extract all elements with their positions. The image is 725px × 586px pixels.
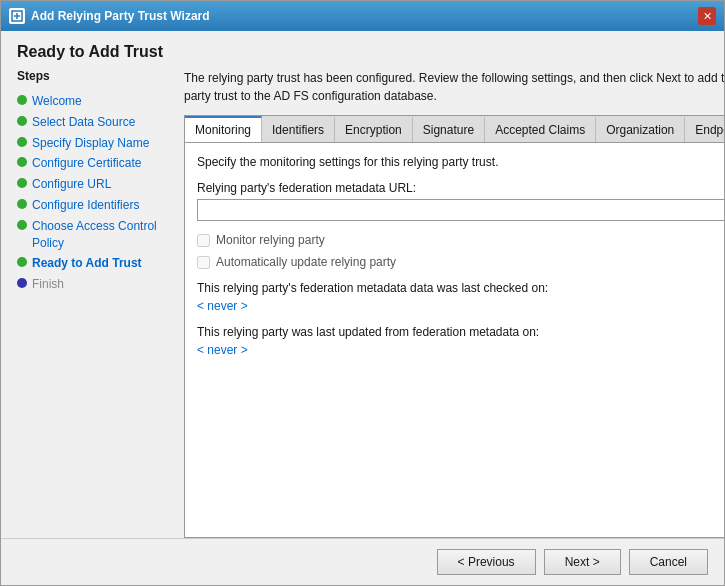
dot-choose-access-control: [17, 220, 27, 230]
wizard-window: Add Relying Party Trust Wizard ✕ Ready t…: [0, 0, 725, 586]
federation-metadata-url-input[interactable]: [197, 199, 724, 221]
last-checked-section: This relying party's federation metadata…: [197, 281, 724, 357]
sidebar-item-configure-url[interactable]: Configure URL: [17, 174, 172, 195]
tab-signature[interactable]: Signature: [413, 116, 485, 142]
dot-welcome: [17, 95, 27, 105]
close-button[interactable]: ✕: [698, 7, 716, 25]
monitor-checkbox[interactable]: [197, 234, 210, 247]
monitoring-description: Specify the monitoring settings for this…: [197, 155, 724, 169]
last-checked-text: This relying party's federation metadata…: [197, 281, 724, 295]
sidebar-label-configure-url: Configure URL: [32, 176, 111, 193]
main-area: Steps Welcome Select Data Source Specify…: [1, 69, 724, 538]
url-field-label: Relying party's federation metadata URL:: [197, 181, 724, 195]
sidebar-label-configure-certificate: Configure Certificate: [32, 155, 141, 172]
tab-monitoring-content: Specify the monitoring settings for this…: [185, 143, 724, 537]
sidebar-label-choose-access-control: Choose Access Control Policy: [32, 218, 172, 252]
cancel-button[interactable]: Cancel: [629, 549, 708, 575]
sidebar-label-select-data-source: Select Data Source: [32, 114, 135, 131]
tabs-bar: Monitoring Identifiers Encryption Signat…: [185, 116, 724, 143]
auto-update-checkbox[interactable]: [197, 256, 210, 269]
sidebar-heading: Steps: [17, 69, 172, 83]
tab-container: Monitoring Identifiers Encryption Signat…: [184, 115, 724, 538]
sidebar-label-configure-identifiers: Configure Identifiers: [32, 197, 139, 214]
dot-specify-display-name: [17, 137, 27, 147]
sidebar-item-choose-access-control[interactable]: Choose Access Control Policy: [17, 216, 172, 254]
title-bar-text: Add Relying Party Trust Wizard: [31, 9, 210, 23]
window-content: Ready to Add Trust Steps Welcome Select …: [1, 31, 724, 538]
sidebar: Steps Welcome Select Data Source Specify…: [17, 69, 172, 538]
title-bar: Add Relying Party Trust Wizard ✕: [1, 1, 724, 31]
dot-finish: [17, 278, 27, 288]
dot-configure-certificate: [17, 157, 27, 167]
sidebar-item-specify-display-name[interactable]: Specify Display Name: [17, 133, 172, 154]
footer: < Previous Next > Cancel: [1, 538, 724, 585]
sidebar-label-ready-to-add: Ready to Add Trust: [32, 255, 142, 272]
auto-update-checkbox-label: Automatically update relying party: [216, 255, 396, 269]
title-bar-left: Add Relying Party Trust Wizard: [9, 8, 210, 24]
sidebar-label-finish: Finish: [32, 276, 64, 293]
next-button[interactable]: Next >: [544, 549, 621, 575]
sidebar-item-finish: Finish: [17, 274, 172, 295]
page-title: Ready to Add Trust: [1, 31, 724, 69]
tab-endpoints[interactable]: Endpoints: [685, 116, 724, 142]
app-icon: [9, 8, 25, 24]
dot-configure-url: [17, 178, 27, 188]
auto-update-checkbox-row: Automatically update relying party: [197, 255, 724, 269]
tab-encryption[interactable]: Encryption: [335, 116, 413, 142]
sidebar-item-configure-certificate[interactable]: Configure Certificate: [17, 153, 172, 174]
last-checked-value[interactable]: < never >: [197, 299, 724, 313]
monitor-checkbox-label: Monitor relying party: [216, 233, 325, 247]
tab-accepted-claims[interactable]: Accepted Claims: [485, 116, 596, 142]
sidebar-item-welcome[interactable]: Welcome: [17, 91, 172, 112]
previous-button[interactable]: < Previous: [437, 549, 536, 575]
content-area: The relying party trust has been configu…: [184, 69, 724, 538]
monitor-checkbox-row: Monitor relying party: [197, 233, 724, 247]
last-updated-text: This relying party was last updated from…: [197, 325, 724, 339]
description-text: The relying party trust has been configu…: [184, 69, 724, 105]
sidebar-label-welcome: Welcome: [32, 93, 82, 110]
tab-identifiers[interactable]: Identifiers: [262, 116, 335, 142]
tab-organization[interactable]: Organization: [596, 116, 685, 142]
dot-select-data-source: [17, 116, 27, 126]
last-updated-value[interactable]: < never >: [197, 343, 724, 357]
dot-ready-to-add: [17, 257, 27, 267]
dot-configure-identifiers: [17, 199, 27, 209]
sidebar-item-ready-to-add[interactable]: Ready to Add Trust: [17, 253, 172, 274]
tab-monitoring[interactable]: Monitoring: [185, 116, 262, 143]
sidebar-item-select-data-source[interactable]: Select Data Source: [17, 112, 172, 133]
sidebar-item-configure-identifiers[interactable]: Configure Identifiers: [17, 195, 172, 216]
sidebar-label-specify-display-name: Specify Display Name: [32, 135, 149, 152]
